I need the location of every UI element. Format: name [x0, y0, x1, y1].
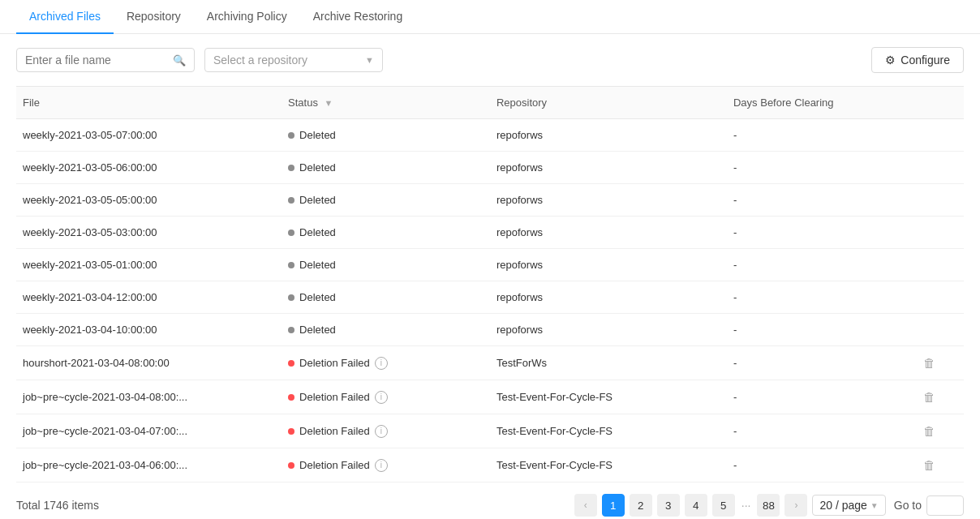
per-page-chevron-icon: ▼ — [870, 501, 879, 510]
cell-status: Deletion Failedi — [282, 380, 490, 414]
prev-page-button[interactable]: ‹ — [574, 494, 597, 517]
delete-icon[interactable]: 🗑 — [923, 390, 935, 404]
delete-icon[interactable]: 🗑 — [923, 356, 935, 370]
info-icon[interactable]: i — [375, 357, 388, 370]
page-button-3[interactable]: 3 — [657, 494, 680, 517]
table-row: job~pre~cycle-2021-03-04-06:00:...Deleti… — [16, 448, 964, 483]
cell-file: job~pre~cycle-2021-03-04-08:00:... — [16, 380, 282, 414]
table-row: weekly-2021-03-05-07:00:00Deletedrepofor… — [16, 119, 964, 152]
page-button-2[interactable]: 2 — [630, 494, 652, 517]
tab-repository[interactable]: Repository — [114, 0, 194, 34]
cell-status: Deleted — [282, 119, 490, 152]
failed-dot-icon — [288, 394, 294, 401]
cell-status: Deleted — [282, 314, 490, 346]
status-text: Deletion Failed — [299, 425, 370, 437]
configure-button[interactable]: ⚙ Configure — [871, 47, 964, 73]
pagination-bar: Total 1746 items ‹ 1 2 3 4 5 ··· 88 › 20… — [0, 483, 980, 519]
cell-days: - — [727, 249, 917, 281]
next-page-button[interactable]: › — [784, 494, 807, 517]
status-text: Deletion Failed — [299, 391, 370, 403]
cell-status: Deleted — [282, 184, 490, 217]
status-text: Deletion Failed — [299, 357, 370, 369]
cell-repository: repoforws — [490, 184, 727, 217]
page-button-5[interactable]: 5 — [712, 494, 735, 517]
search-input-wrap[interactable]: 🔍 — [16, 48, 195, 72]
repo-select-dropdown[interactable]: Select a repository ▼ — [204, 48, 383, 72]
page-button-1[interactable]: 1 — [602, 494, 625, 517]
table-row: job~pre~cycle-2021-03-04-08:00:...Deleti… — [16, 380, 964, 414]
configure-label: Configure — [900, 54, 950, 66]
table-row: weekly-2021-03-04-12:00:00Deletedrepofor… — [16, 281, 964, 314]
tab-archive-restoring[interactable]: Archive Restoring — [300, 0, 416, 34]
table-row: weekly-2021-03-05-05:00:00Deletedrepofor… — [16, 184, 964, 217]
info-icon[interactable]: i — [375, 459, 388, 472]
gear-icon: ⚙ — [885, 54, 896, 66]
col-repository: Repository — [490, 87, 727, 119]
page-button-last[interactable]: 88 — [757, 494, 780, 517]
deleted-dot-icon — [288, 294, 294, 301]
cell-repository: Test-Event-For-Cycle-FS — [490, 448, 727, 483]
deleted-dot-icon — [288, 262, 294, 268]
deleted-dot-icon — [288, 327, 294, 333]
cell-file: weekly-2021-03-04-12:00:00 — [16, 281, 282, 314]
page-button-4[interactable]: 4 — [685, 494, 707, 517]
cell-status: Deletion Failedi — [282, 448, 490, 483]
failed-dot-icon — [288, 428, 294, 435]
search-input[interactable] — [25, 54, 170, 66]
status-text: Deleted — [299, 324, 336, 336]
cell-status: Deleted — [282, 281, 490, 314]
per-page-select[interactable]: 20 / page ▼ — [812, 495, 885, 516]
tab-archived-files[interactable]: Archived Files — [16, 0, 114, 34]
cell-days: - — [727, 281, 917, 314]
cell-days: - — [727, 314, 917, 346]
cell-status: Deleted — [282, 249, 490, 281]
cell-status: Deleted — [282, 152, 490, 184]
status-col-label: Status — [288, 97, 318, 109]
cell-file: weekly-2021-03-05-05:00:00 — [16, 184, 282, 217]
col-status: Status ▼ — [282, 87, 490, 119]
per-page-label: 20 / page — [819, 499, 866, 512]
cell-actions — [917, 184, 964, 217]
failed-dot-icon — [288, 462, 294, 469]
cell-actions: 🗑 — [917, 346, 964, 380]
failed-dot-icon — [288, 360, 294, 367]
cell-file: weekly-2021-03-05-03:00:00 — [16, 217, 282, 249]
delete-icon[interactable]: 🗑 — [923, 424, 935, 438]
delete-icon[interactable]: 🗑 — [923, 458, 935, 472]
status-text: Deleted — [299, 226, 336, 238]
status-text: Deletion Failed — [299, 459, 370, 471]
cell-file: weekly-2021-03-05-07:00:00 — [16, 119, 282, 152]
table-row: weekly-2021-03-05-01:00:00Deletedrepofor… — [16, 249, 964, 281]
deleted-dot-icon — [288, 229, 294, 236]
tab-archiving-policy[interactable]: Archiving Policy — [194, 0, 300, 34]
col-days: Days Before Clearing — [727, 87, 917, 119]
goto-input[interactable] — [926, 495, 964, 516]
repo-select-label: Select a repository — [213, 54, 307, 66]
cell-days: - — [727, 217, 917, 249]
cell-status: Deleted — [282, 217, 490, 249]
cell-actions — [917, 249, 964, 281]
cell-days: - — [727, 184, 917, 217]
status-text: Deleted — [299, 161, 336, 174]
cell-actions — [917, 152, 964, 184]
cell-repository: repoforws — [490, 314, 727, 346]
deleted-dot-icon — [288, 165, 294, 171]
chevron-down-icon: ▼ — [365, 55, 374, 65]
cell-status: Deletion Failedi — [282, 414, 490, 448]
cell-days: - — [727, 346, 917, 380]
cell-file: weekly-2021-03-05-01:00:00 — [16, 249, 282, 281]
cell-file: job~pre~cycle-2021-03-04-06:00:... — [16, 448, 282, 483]
status-text: Deleted — [299, 129, 336, 141]
pagination-total: Total 1746 items — [16, 499, 99, 512]
cell-repository: Test-Event-For-Cycle-FS — [490, 380, 727, 414]
col-file: File — [16, 87, 282, 119]
cell-repository: repoforws — [490, 249, 727, 281]
info-icon[interactable]: i — [375, 425, 388, 438]
info-icon[interactable]: i — [375, 391, 388, 404]
cell-file: weekly-2021-03-05-06:00:00 — [16, 152, 282, 184]
cell-actions — [917, 314, 964, 346]
search-icon: 🔍 — [173, 54, 186, 66]
filter-icon[interactable]: ▼ — [325, 98, 333, 108]
cell-repository: repoforws — [490, 119, 727, 152]
status-text: Deleted — [299, 291, 336, 303]
